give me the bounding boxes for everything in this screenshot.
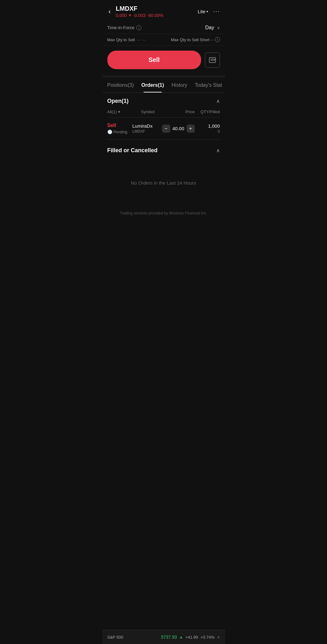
stock-price: 0.000 [116, 13, 127, 18]
max-qty-short-label: Max Qty to Sell Short [171, 37, 210, 42]
header-left: ‹ LMDXF 0.000 ▼ -0.003 -90.00% [107, 5, 163, 18]
open-title: Open(1) [107, 98, 129, 104]
col-price-header: Price [163, 109, 195, 114]
header: ‹ LMDXF 0.000 ▼ -0.003 -90.00% Lite ▾ ··… [102, 0, 225, 22]
table-headers: All(1) ▾ Symbol Price QTY/Filled [107, 109, 220, 118]
empty-state: No Orders in the Last 24 Hours [102, 161, 225, 198]
open-section: Open(1) ∧ All(1) ▾ Symbol Price QTY/Fill… [102, 93, 225, 142]
order-price-value: 40.00 [172, 126, 185, 131]
order-filled-value: 0 [195, 129, 220, 134]
max-qty-short: Max Qty to Sell Short -- i [171, 37, 220, 42]
open-collapse-button[interactable]: ∧ [216, 98, 220, 104]
chevron-down-icon: ▾ [206, 10, 208, 13]
filter-label: All(1) [107, 109, 117, 114]
order-ticker: LMDXF [132, 129, 163, 134]
tab-history[interactable]: History [168, 77, 191, 92]
more-options-button[interactable]: ··· [213, 8, 220, 15]
price-plus-button[interactable]: + [187, 125, 195, 133]
max-qty-info-icon[interactable]: i [215, 37, 220, 42]
max-qty-short-value: -- [211, 37, 214, 42]
order-status: 🕐 Pending [107, 130, 132, 134]
order-symbol-col: LumiraDx LMDXF [132, 123, 163, 134]
stock-price-row: 0.000 ▼ -0.003 -90.00% [116, 13, 163, 18]
lite-label: Lite [198, 9, 205, 14]
down-arrow-icon: ▼ [128, 13, 132, 18]
tab-today-stat[interactable]: Today's Stat [191, 77, 225, 92]
tif-label: Time-in-Force i [107, 25, 142, 30]
max-qty-row: Max Qty to Sell ··· ··· Max Qty to Sell … [102, 34, 225, 46]
stock-change: -0.003 [133, 13, 146, 18]
lite-button[interactable]: Lite ▾ [198, 9, 208, 14]
cancelled-title: Filled or Cancelled [107, 147, 158, 154]
col-qty-header: QTY/Filled [195, 109, 220, 114]
tab-positions[interactable]: Positions(3) [107, 77, 138, 92]
tabs-row: Positions(3) Orders(1) History Today's S… [102, 77, 225, 93]
table-row: Sell 🕐 Pending LumiraDx LMDXF − 40.00 + … [107, 118, 220, 140]
order-status-text: Pending [114, 130, 127, 134]
price-minus-button[interactable]: − [162, 125, 170, 133]
tif-day-value: Day [205, 25, 214, 31]
order-side: Sell [107, 123, 132, 128]
stock-pct-change: -90.00% [147, 13, 163, 18]
filter-dropdown[interactable]: All(1) ▾ [107, 109, 132, 114]
preview-icon-button[interactable] [205, 53, 220, 68]
order-qty-col: 1,000 0 [195, 123, 220, 134]
header-right: Lite ▾ ··· [198, 8, 220, 15]
sell-button[interactable]: Sell [107, 51, 201, 69]
tif-row[interactable]: Time-in-Force i Day ∨ [102, 22, 225, 34]
cancelled-header: Filled or Cancelled ∧ [107, 147, 220, 154]
order-price-col: − 40.00 + [163, 125, 195, 133]
footer-text: Trading services provided by Moomoo Fina… [120, 211, 207, 215]
sell-btn-row: Sell [102, 46, 225, 75]
tif-chevron-icon: ∨ [217, 25, 220, 30]
order-name: LumiraDx [132, 123, 163, 129]
empty-text: No Orders in the Last 24 Hours [131, 180, 196, 186]
back-button[interactable]: ‹ [107, 6, 112, 17]
filter-arrow-icon: ▾ [118, 109, 120, 114]
col-symbol-header: Symbol [132, 109, 163, 114]
tif-info-icon[interactable]: i [136, 25, 141, 30]
clock-icon: 🕐 [107, 130, 112, 134]
tif-value[interactable]: Day ∨ [205, 25, 220, 31]
order-qty-value: 1,000 [195, 123, 220, 129]
stock-info: LMDXF 0.000 ▼ -0.003 -90.00% [116, 5, 163, 18]
order-side-col: Sell 🕐 Pending [107, 123, 132, 134]
tab-orders[interactable]: Orders(1) [138, 77, 168, 92]
preview-icon [209, 57, 216, 63]
open-header: Open(1) ∧ [107, 98, 220, 104]
stock-symbol: LMDXF [116, 5, 163, 12]
cancelled-collapse-button[interactable]: ∧ [216, 147, 220, 153]
cancelled-section: Filled or Cancelled ∧ [102, 142, 225, 161]
max-qty-value: ··· ··· [138, 37, 145, 42]
max-qty-label: Max Qty to Sell [107, 37, 135, 42]
footer-note: Trading services provided by Moomoo Fina… [102, 198, 225, 222]
